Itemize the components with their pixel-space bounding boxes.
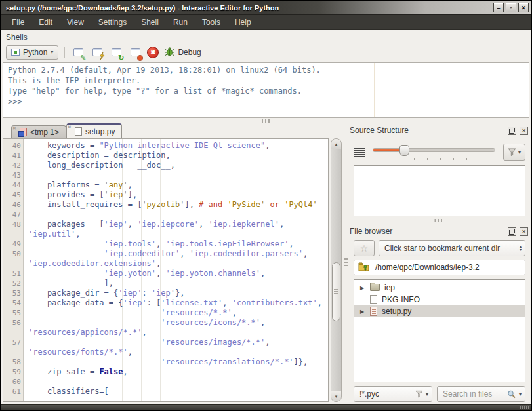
- interrupt-shell-button[interactable]: [90, 45, 104, 60]
- tab-label: setup.py: [85, 127, 115, 136]
- expander-icon[interactable]: ▶: [359, 285, 365, 291]
- line-number: 43: [3, 170, 21, 180]
- code-line[interactable]: 50 'iep.codeeditor', 'iep.codeeditor.par…: [3, 249, 328, 259]
- code-line[interactable]: 59 zip_safe = False,: [3, 367, 328, 377]
- code-line[interactable]: 42 long_description = __doc__,: [3, 161, 328, 170]
- folder-up-icon: [358, 262, 369, 273]
- code-line[interactable]: 51 'iep.yoton', 'iep.yoton.channels',: [3, 269, 328, 279]
- code-line[interactable]: 52 ],: [3, 279, 328, 288]
- code-line[interactable]: 'resources/fonts/*.*',: [3, 347, 328, 357]
- code-line[interactable]: 41 description = description,: [3, 151, 328, 161]
- code-line[interactable]: 40 keywords = "Python interactive IDE Qt…: [3, 141, 328, 151]
- bookmark-star-button[interactable]: ☆: [354, 240, 375, 256]
- tab-close-icon[interactable]: ✕: [68, 125, 72, 130]
- menu-item-help[interactable]: Help: [228, 15, 258, 29]
- editor-scrollbar[interactable]: ▴ ▾: [331, 138, 342, 402]
- code-line[interactable]: 54 package_data = {'iep': ['license.txt'…: [3, 298, 328, 308]
- resize-grip-icon: [520, 406, 529, 409]
- code-editor[interactable]: 40 keywords = "Python interactive IDE Qt…: [3, 138, 329, 402]
- chevron-down-icon: ▾: [51, 49, 53, 55]
- horizontal-splitter[interactable]: [1, 118, 531, 123]
- bookmark-combo[interactable]: Click star to bookmark current dir ▴▾: [379, 240, 525, 256]
- window-controls: – ▫ ✕: [493, 3, 531, 12]
- panel-splitter[interactable]: [350, 216, 528, 224]
- file-icon: [370, 295, 377, 304]
- shell-tab-python-button[interactable]: Python ▾: [6, 45, 58, 60]
- slider-handle[interactable]: [399, 145, 409, 156]
- shell-tab-label: Python: [23, 48, 47, 57]
- search-in-files-input[interactable]: Search in files ▾: [437, 386, 525, 402]
- new-shell-button[interactable]: ✎: [71, 45, 85, 60]
- file-tree[interactable]: ▶iepPKG-INFO▶setup.py: [354, 279, 525, 382]
- code-line[interactable]: 58 'resources/translations/*.*']},: [3, 357, 328, 367]
- code-line[interactable]: 43: [3, 170, 328, 180]
- indent-level-icon: [354, 148, 365, 157]
- float-panel-button[interactable]: [508, 127, 516, 135]
- menu-item-shell[interactable]: Shell: [134, 15, 166, 29]
- structure-filter-button[interactable]: ▾: [503, 144, 525, 161]
- structure-depth-slider[interactable]: [373, 143, 495, 161]
- filter-value: !*.pyc: [359, 389, 413, 399]
- file-tree-item-iep[interactable]: ▶iep: [354, 282, 525, 294]
- window-resize-edge[interactable]: [1, 404, 531, 410]
- terminate-shell-button[interactable]: −: [128, 45, 142, 60]
- code-line[interactable]: 44 platforms = 'any',: [3, 180, 328, 190]
- restart-shell-button[interactable]: ↻: [109, 45, 123, 60]
- code-line[interactable]: 'iep.codeeditor.extensions',: [3, 259, 328, 269]
- window-titlebar[interactable]: setup.py (/home/qpc/Downloads/iep-3.2/se…: [1, 1, 531, 15]
- menu-item-view[interactable]: View: [60, 15, 91, 29]
- app-window: setup.py (/home/qpc/Downloads/iep-3.2/se…: [0, 0, 532, 411]
- tab-label: <tmp 1>: [30, 128, 59, 137]
- menu-item-file[interactable]: File: [5, 15, 31, 29]
- code-line[interactable]: 55 'resources/*.*',: [3, 308, 328, 318]
- pencil-icon: ✎: [80, 54, 86, 61]
- debug-button[interactable]: Debug: [165, 47, 201, 58]
- scroll-up-icon[interactable]: ▴: [331, 139, 341, 149]
- spinner-arrows-icon[interactable]: ▴▾: [520, 245, 522, 252]
- code-line[interactable]: 46 install_requires = ['pyzolib'], # and…: [3, 200, 328, 210]
- close-button[interactable]: ✕: [518, 3, 529, 12]
- filename-filter-input[interactable]: !*.pyc ▾: [354, 386, 432, 402]
- tab-close-icon[interactable]: ✕: [12, 126, 16, 131]
- shell-output[interactable]: Python 2.7.4 (default, Apr 19 2013, 18:2…: [3, 62, 529, 118]
- code-line[interactable]: 53 package_dir = {'iep': 'iep'},: [3, 288, 328, 298]
- code-line[interactable]: 56 'resources/icons/*.*',: [3, 318, 328, 328]
- menu-item-run[interactable]: Run: [166, 15, 195, 29]
- shell-output-line: >>>: [8, 96, 529, 107]
- code-line[interactable]: 49 'iep.tools', 'iep.tools.iepFileBrowse…: [3, 239, 328, 249]
- close-shell-button[interactable]: ✖: [147, 47, 159, 58]
- close-panel-button[interactable]: ✕: [520, 227, 528, 236]
- slider-ticks: [375, 158, 493, 160]
- minimize-button[interactable]: –: [493, 3, 504, 12]
- menu-item-settings[interactable]: Settings: [91, 15, 134, 29]
- tab-tmp1[interactable]: ✕ <tmp 1>: [11, 125, 66, 138]
- line-number: 56: [3, 318, 21, 328]
- code-line[interactable]: 60: [3, 377, 328, 387]
- code-line[interactable]: 'resources/appicons/*.*',: [3, 328, 328, 338]
- code-line[interactable]: 'iep.util',: [3, 229, 328, 239]
- vertical-splitter[interactable]: [342, 123, 350, 404]
- code-line[interactable]: 47: [3, 210, 328, 220]
- tab-setup-py[interactable]: ✕ setup.py: [66, 123, 122, 138]
- line-number: 51: [3, 269, 21, 279]
- source-structure-list[interactable]: [354, 165, 525, 216]
- menu-item-tools[interactable]: Tools: [195, 15, 228, 29]
- file-tree-item-pkg-info[interactable]: PKG-INFO: [354, 294, 525, 305]
- maximize-button[interactable]: ▫: [506, 3, 516, 12]
- line-number: 54: [3, 298, 21, 308]
- code-line[interactable]: 45 provides = ['iep'],: [3, 190, 328, 200]
- code-line[interactable]: 61 classifiers=[: [3, 387, 328, 397]
- menu-item-edit[interactable]: Edit: [31, 15, 60, 29]
- scrollbar-thumb[interactable]: [332, 262, 340, 321]
- expander-icon[interactable]: ▶: [359, 309, 365, 315]
- lightning-icon: [99, 52, 105, 61]
- path-bar[interactable]: /home/qpc/Downloads/iep-3.2: [354, 260, 525, 275]
- scroll-down-icon[interactable]: ▾: [331, 391, 341, 401]
- code-line[interactable]: 48 packages = ['iep', 'iep.iepcore', 'ie…: [3, 220, 328, 229]
- float-panel-button[interactable]: [508, 227, 516, 236]
- python-icon: [370, 307, 377, 316]
- code-line[interactable]: 57 'resources/images/*.*',: [3, 338, 328, 347]
- line-number: 61: [3, 387, 21, 397]
- close-panel-button[interactable]: ✕: [520, 127, 528, 135]
- file-tree-item-setup.py[interactable]: ▶setup.py: [354, 305, 525, 317]
